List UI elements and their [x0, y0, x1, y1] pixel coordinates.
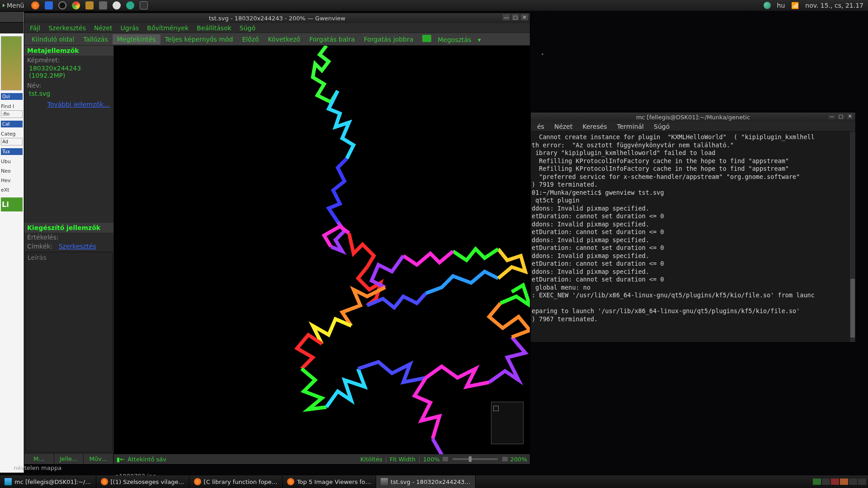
wifi-icon[interactable]: 📶 [791, 2, 799, 9]
term-menu-search[interactable]: Keresés [578, 122, 611, 131]
meta-size-label: Képméret: [24, 56, 113, 65]
obs-icon[interactable] [58, 1, 66, 9]
minimize-button[interactable]: — [503, 14, 510, 20]
maximize-button[interactable]: ▢ [512, 14, 519, 20]
extra-description-input[interactable]: Leírás [25, 252, 113, 452]
files2-icon[interactable] [99, 1, 107, 9]
taskbar-item[interactable]: Top 5 Image Viewers fo… [283, 475, 376, 488]
term-menu-terminal[interactable]: Terminál [613, 122, 648, 131]
sidebar-tab-folders[interactable]: M… [24, 454, 54, 464]
browser-tab[interactable] [0, 12, 24, 23]
toolbar-prev[interactable]: Előző [237, 34, 263, 44]
overview-toggle-icon[interactable]: ▮← [117, 456, 125, 463]
extra-edit-link[interactable]: Szerkesztés [59, 243, 96, 250]
browser-image-thumb [1, 36, 22, 90]
zoom-in-icon[interactable] [502, 457, 508, 461]
menu-plugins[interactable]: Bővítmények [143, 23, 192, 33]
toolbar-view[interactable]: Megtekintés [113, 34, 160, 44]
zoom-value: 200% [510, 456, 527, 463]
browser-button-cat[interactable]: Cat [1, 121, 23, 127]
system-tray: hu 📶 nov. 15., cs, 21.17 [764, 2, 868, 9]
app2-icon[interactable] [126, 1, 134, 9]
menu-settings[interactable]: Beállítások [193, 23, 235, 33]
term-close-button[interactable]: ✕ [846, 113, 854, 119]
gwenview-statusbar: ▮← Áttekintő sáv Kitöltés | Fit Width | … [114, 454, 530, 464]
menu-help[interactable]: Súgó [236, 23, 259, 33]
browser-search-input[interactable]: :fin [1, 110, 23, 118]
menu-file[interactable]: Fájl [26, 23, 44, 33]
zoom-100-button[interactable]: 100% [423, 456, 440, 463]
close-button[interactable]: ✕ [521, 14, 528, 20]
workspace-pager[interactable] [811, 479, 868, 485]
zoom-out-icon[interactable] [443, 457, 448, 461]
term-icon[interactable] [140, 1, 148, 9]
term-menu-view[interactable]: Nézet [550, 122, 577, 131]
term-menu-edit[interactable]: és [533, 122, 549, 131]
meta-size-value: 180320x244243 (1092.2MP) [24, 65, 113, 81]
start-menu-button[interactable]: Menü [0, 2, 27, 9]
keyboard-layout[interactable]: hu [777, 2, 785, 9]
taskbar: mc [fellegis@DSK01]:~/… [(1) Szelsoseges… [0, 475, 868, 488]
sidebar-tab-info[interactable]: Jelle… [54, 454, 84, 464]
zoom-slider[interactable] [453, 458, 498, 460]
toolbar-next[interactable]: Következő [264, 34, 305, 44]
browser-urlbar[interactable] [0, 23, 24, 33]
share-icon [422, 35, 431, 42]
network-icon[interactable] [764, 2, 771, 9]
desktop-folder-label: névtelen mappa [14, 465, 61, 471]
term-maximize-button[interactable]: ▢ [837, 113, 844, 119]
chrome-icon[interactable] [72, 1, 80, 9]
firefox-icon [101, 478, 108, 485]
terminal-titlebar[interactable]: mc [fellegis@DSK01]:~/Munka/genetic — ▢ … [531, 113, 855, 122]
toolbar-rotate-right[interactable]: Forgatás jobbra [359, 34, 418, 44]
meta-name-value: tst.svg [24, 90, 113, 99]
svg-image-content [114, 46, 530, 464]
start-menu-label: Menü [7, 2, 24, 9]
term-minimize-button[interactable]: — [828, 113, 835, 119]
browser-button-quick[interactable]: Qui [1, 93, 23, 100]
list-item[interactable]: Ubu [1, 159, 23, 164]
navigator-thumbnail[interactable] [491, 402, 524, 444]
browser-button-tux[interactable]: Tux [1, 148, 23, 155]
menu-view[interactable]: Nézet [90, 23, 116, 33]
meta-name-label: Név: [24, 81, 113, 90]
terminal-scrollbar[interactable] [850, 131, 855, 342]
toolbar-rotate-left[interactable]: Forgatás balra [305, 34, 359, 44]
menu-edit[interactable]: Szerkesztés [45, 23, 90, 33]
list-item[interactable]: Neo [1, 168, 23, 174]
firefox-icon[interactable] [31, 1, 39, 9]
taskbar-item[interactable]: tst.svg - 180320x244243… [376, 475, 476, 488]
gwenview-titlebar[interactable]: tst.svg - 180320x244243 - 200% — Gwenvie… [24, 13, 530, 23]
term-menu-help[interactable]: Súgó [649, 122, 674, 131]
gwenview-menubar: Fájl Szerkesztés Nézet Ugrás Bővítmények… [24, 23, 530, 33]
list-item[interactable]: eXt [1, 187, 23, 193]
image-viewport[interactable]: ▮← Áttekintő sáv Kitöltés | Fit Width | … [114, 46, 530, 464]
taskbar-item-label: Top 5 Image Viewers fo… [297, 479, 371, 485]
taskbar-item[interactable]: [(1) Szelsoseges vilage… [96, 475, 189, 488]
app-icon[interactable] [113, 1, 121, 9]
meta-more-link[interactable]: További jellemzők… [24, 99, 113, 110]
mail-icon[interactable] [45, 1, 53, 9]
clock[interactable]: nov. 15., cs, 21.17 [805, 2, 863, 9]
background-browser-window: Qui Find I :fin Cat Categ Ad Tux Ubu Neo… [0, 12, 24, 473]
taskbar-item[interactable]: [C library function fope… [189, 475, 283, 488]
taskbar-item[interactable]: mc [fellegis@DSK01]:~/… [0, 475, 96, 488]
terminal-output[interactable]: Cannot create instance for plugin "KXMLH… [531, 131, 855, 342]
toolbar-home[interactable]: Kiinduló oldal [27, 34, 79, 44]
terminal-menubar: és Nézet Keresés Terminál Súgó [531, 122, 855, 131]
extra-tags-label: Címkék: [27, 243, 52, 250]
firefox-icon [194, 478, 201, 485]
folder-icon [5, 478, 12, 485]
files-icon[interactable] [85, 1, 94, 9]
sidebar-tab-ops[interactable]: Műv… [84, 454, 113, 464]
list-item[interactable]: Hev [1, 178, 23, 183]
toolbar-share[interactable]: Megosztás ▾ [418, 33, 486, 45]
toolbar-browse[interactable]: Tallózás [79, 34, 112, 44]
overview-label[interactable]: Áttekintő sáv [127, 456, 166, 463]
toolbar-fullscreen[interactable]: Teljes képernyős mód [160, 34, 238, 44]
menu-go[interactable]: Ugrás [117, 23, 143, 33]
taskbar-item-label: tst.svg - 180320x244243… [391, 479, 471, 485]
zoom-fitwidth-button[interactable]: Fit Width [390, 456, 415, 463]
browser-add[interactable]: Ad [1, 138, 23, 145]
zoom-fill-button[interactable]: Kitöltés [360, 456, 382, 463]
